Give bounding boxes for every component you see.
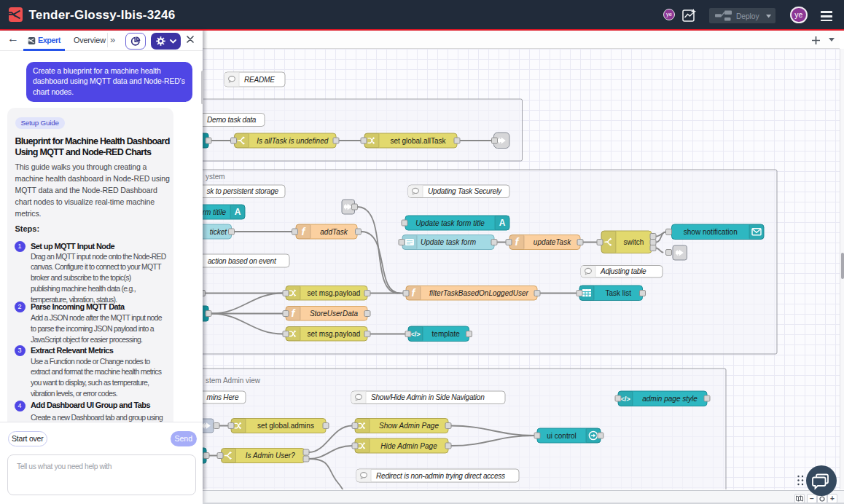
svg-text:show notification: show notification — [684, 228, 738, 236]
svg-text:set global.admins: set global.admins — [257, 422, 314, 430]
svg-text:Adjusting table: Adjusting table — [600, 267, 646, 275]
svg-text:mins Here: mins Here — [207, 393, 239, 401]
svg-text:Show Admin Page: Show Admin Page — [379, 422, 439, 430]
svg-text:set msg.payload: set msg.payload — [308, 289, 361, 297]
svg-text:A: A — [235, 207, 241, 217]
svg-text:set global.allTask: set global.allTask — [390, 137, 446, 145]
svg-text:filterTaskBasedOnLoggedUser: filterTaskBasedOnLoggedUser — [429, 289, 528, 297]
svg-text:</>: </> — [620, 395, 630, 403]
svg-text:switch: switch — [624, 238, 644, 246]
svg-text:Task list: Task list — [605, 289, 631, 297]
svg-text:A: A — [499, 218, 506, 228]
svg-text:Demo task data: Demo task data — [207, 116, 257, 124]
svg-text:set msg.payload: set msg.payload — [308, 330, 361, 338]
svg-text:stem Admin view: stem Admin view — [206, 377, 261, 385]
svg-text:Is allTask is undefined: Is allTask is undefined — [257, 137, 328, 145]
svg-text:</>: </> — [410, 330, 421, 338]
svg-text:sk to persistent storage: sk to persistent storage — [207, 187, 279, 195]
svg-text:README: README — [244, 76, 275, 84]
svg-text:Update task form title: Update task form title — [415, 219, 485, 227]
svg-text:Update task form: Update task form — [421, 238, 476, 246]
svg-text:Updating Task Securely: Updating Task Securely — [428, 187, 502, 195]
svg-text:ystem: ystem — [206, 173, 225, 181]
svg-text:ui control: ui control — [547, 432, 577, 440]
svg-text:Hide Admin Page: Hide Admin Page — [380, 442, 437, 450]
svg-text:admin page style: admin page style — [642, 395, 698, 403]
svg-text:StoreUserData: StoreUserData — [310, 310, 359, 318]
svg-text:Is Admin User?: Is Admin User? — [246, 452, 295, 460]
svg-text:ticket: ticket — [210, 228, 228, 236]
svg-text:action based on event: action based on event — [208, 257, 277, 265]
svg-text:Show/Hide Admin in Side Naviga: Show/Hide Admin in Side Navigation — [371, 393, 485, 401]
svg-text:addTask: addTask — [320, 228, 348, 236]
svg-text:Redirect is non-admin trying d: Redirect is non-admin trying direct acce… — [376, 472, 505, 480]
svg-text:template: template — [432, 330, 461, 338]
svg-text:updateTask: updateTask — [534, 238, 571, 246]
